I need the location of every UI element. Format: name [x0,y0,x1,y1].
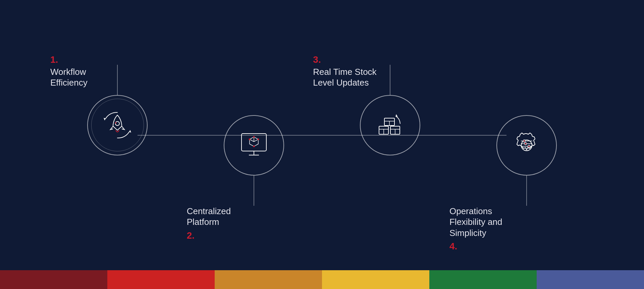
rocket-icon [99,107,136,144]
boxes-icon [372,107,409,144]
node-1-circle [87,95,148,155]
node-1-title: Workflow Efficiency [50,67,88,88]
node-4-vline [526,176,527,206]
svg-point-2 [115,122,119,126]
node-2-wrapper: Centralized Platform 2. [224,115,284,176]
color-segment-3 [215,270,322,289]
connector-line [138,135,506,136]
node-1-label: 1. Workflow Efficiency [50,54,117,88]
svg-point-34 [524,140,525,142]
svg-marker-1 [129,130,131,133]
color-bar [0,270,644,289]
node-4-label: Operations Flexibility and Simplicity 4. [449,206,530,253]
svg-point-12 [257,138,259,140]
node-4-circle [496,115,557,176]
node-2-label: Centralized Platform 2. [187,206,254,242]
svg-point-3 [115,122,116,124]
color-segment-1 [0,270,107,289]
node-3-circle [360,95,420,155]
node-3-vline [390,65,390,95]
node-2-vline [254,176,254,206]
node-1-number: 1. [50,54,117,65]
node-1-vline [117,65,118,95]
node-3-wrapper: 3. Real Time Stock Level Updates [360,95,420,155]
svg-point-14 [253,145,255,147]
monitor-icon [235,127,272,164]
node-3-label: 3. Real Time Stock Level Updates [313,54,393,88]
node-2-title: Centralized Platform [187,206,231,227]
svg-point-31 [528,146,530,147]
node-4-wrapper: Operations Flexibility and Simplicity 4. [496,115,557,176]
gear-icon [508,127,545,164]
node-4-title: Operations Flexibility and Simplicity [449,206,502,238]
color-segment-6 [537,270,644,289]
node-1-wrapper: 1. Workflow Efficiency [87,95,148,155]
timeline-container: 1. Workflow Efficiency [87,35,557,236]
node-2-number: 2. [187,230,254,241]
main-content: 1. Workflow Efficiency [0,0,644,270]
color-segment-5 [429,270,537,289]
svg-point-13 [249,138,250,140]
svg-marker-0 [104,118,106,121]
node-3-number: 3. [313,54,393,65]
node-4-number: 4. [449,241,530,252]
node-2-circle [224,115,284,176]
color-segment-4 [322,270,429,289]
color-segment-2 [107,270,215,289]
svg-point-28 [525,143,526,144]
node-3-title: Real Time Stock Level Updates [313,67,376,88]
svg-point-11 [253,136,255,138]
